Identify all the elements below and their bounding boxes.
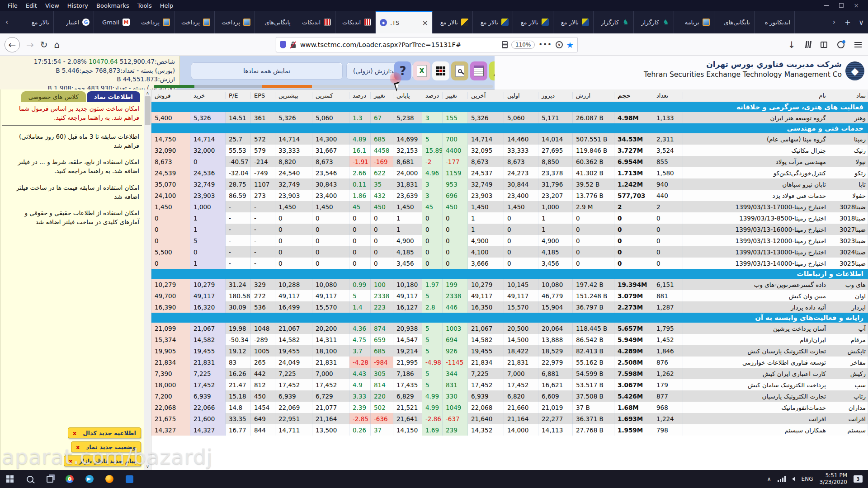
table-row[interactable]: 18,00017,45221.4781217,45217,4524.981417… [151,379,868,390]
network-icon[interactable] [778,476,786,482]
table-row[interactable]: 16,39016,32030.0953616,49915,5701.422316… [151,301,868,313]
col-header-11[interactable]: آخرین [468,92,504,99]
tab-scroll-right-icon[interactable]: › [827,11,841,33]
menu-bookmarks[interactable]: Bookmarks [92,1,133,10]
table-row[interactable]: 21,09921,06719.98104821,06720,2004.36874… [151,323,868,334]
browser-tab[interactable]: اندیکات [335,11,376,33]
tab-close-icon[interactable]: × [422,19,428,27]
browser-tab[interactable]: پرداخت [215,11,255,33]
alert-button[interactable]: اطلاعیه جدید کدالx [68,427,141,438]
col-header-8[interactable]: پایانی [393,92,422,99]
taskbar-clock[interactable]: 5:51 PM 3/23/2020 [819,472,847,486]
home-button[interactable]: ⌂ [54,40,60,49]
table-row[interactable]: 01--0000100101000اختیارخ رمپنا-16000-139… [151,224,868,235]
col-header-14[interactable]: ارزش [573,92,614,99]
bookmark-star-icon[interactable]: ★ [566,40,574,50]
table-row[interactable]: 8,6730-40.57-2148,8208,673-1.91-1698,681… [151,156,868,167]
table-row[interactable]: 05--00004,900004,90004,900000اختیارخ رمپ… [151,235,868,246]
table-row[interactable]: 24,53924,536-32.04-74924,54023,5462.6662… [151,167,868,178]
menu-help[interactable]: Help [156,1,178,10]
col-header-12[interactable]: اولین [504,92,538,99]
table-row[interactable]: 19,90519,45519.12100519,45518,1003.76851… [151,345,868,357]
browser-tab[interactable]: پایگانی‌های [255,11,295,33]
tab-private-classes[interactable]: کلاس های خصوصی [21,91,86,102]
browser-tab[interactable]: ♞کارگزار [594,11,634,33]
excel-export-icon[interactable]: X [413,61,430,80]
task-view-button[interactable] [40,470,60,488]
tab-list-button[interactable]: ∨ [854,11,868,33]
alert-close-icon[interactable]: x [69,458,72,465]
table-scrollbar[interactable]: ∧ ∨ [144,89,151,470]
table-row[interactable]: 5,5000--00004,185004,10004,185000اختیارخ… [151,246,868,258]
browser-tab[interactable]: MGmail [94,11,134,33]
table-row[interactable]: 7,3907,22516.264427,2257,0004.433057,186… [151,368,868,379]
menu-view[interactable]: View [41,1,63,10]
tab-scroll-left-icon[interactable]: ‹ [0,11,14,33]
table-row[interactable]: 49,70049,117180.5827249,11749,1175233849… [151,290,868,301]
zoom-level-badge[interactable]: 110% [511,41,535,49]
browser-tab[interactable]: بایگانی‌های [714,11,755,33]
volume-icon[interactable] [792,477,795,481]
col-header-5[interactable]: کمترین [312,92,349,99]
pocket-icon[interactable]: ∨ [556,41,563,48]
table-row[interactable]: 32,09032,00055.5357933,33331,66716.14458… [151,145,868,156]
tracking-protection-icon[interactable] [280,41,286,48]
table-row[interactable]: 24,10023,90386.5927323,90323,4001.864322… [151,190,868,201]
notification-center-icon[interactable]: 3 [854,475,863,483]
tray-expand-icon[interactable]: ∧ [767,476,771,482]
browser-tab[interactable]: تالار مع [513,11,553,33]
table-row[interactable]: 35,07032,74928.75110732,74930,8430.11353… [151,178,868,190]
table-row[interactable]: 7,2006,93915.184506,9396,7293.332206,829… [151,390,868,402]
browser-tab[interactable]: اندیکاتور ه [755,11,795,33]
maximize-icon[interactable] [839,3,844,8]
table-row[interactable]: 14,75014,71425.757214,71414,3004.8968514… [151,133,868,145]
col-header-13[interactable]: دیروز [538,92,573,99]
telegram-icon[interactable] [80,470,99,488]
show-all-symbols-button[interactable]: نمایش همه نمادها [191,62,343,80]
page-actions-icon[interactable]: ••• [538,41,552,49]
menu-file[interactable]: File [4,1,22,10]
table-row[interactable]: 01--0000100101000اختیارخ رمپنا-8500-1399… [151,212,868,224]
col-header-18[interactable]: نماد [828,92,868,99]
col-header-15[interactable]: حجم [614,92,653,99]
col-header-3[interactable]: EPS [251,92,275,99]
col-header-0[interactable]: فروش [151,92,190,99]
insecure-lock-icon[interactable] [290,41,297,48]
col-header-7[interactable]: تغییر [371,92,393,99]
browser-tab[interactable]: اندیکات [295,11,335,33]
table-row[interactable]: 01--00003,456003,66603,456000اختیارخ رمپ… [151,258,868,269]
scroll-thumb[interactable] [145,96,151,125]
alert-close-icon[interactable]: x [76,444,80,450]
table-row[interactable]: 21,67521,60033.3564922,95121,164-2.85-63… [151,413,868,424]
new-tab-button[interactable]: + [841,11,854,33]
browser-tab[interactable]: ♞کارگزار [634,11,674,33]
alert-close-icon[interactable]: x [73,430,76,436]
menu-edit[interactable]: Edit [22,1,41,10]
forward-button[interactable]: → [26,40,34,49]
alert-button[interactable]: وضعیت جدید نمادx [71,441,141,452]
table-row[interactable]: 10,27910,27931.2432910,28810,0800.991001… [151,279,868,290]
browser-tab[interactable]: پرداخت [134,11,175,33]
firefox-icon[interactable] [99,470,119,488]
browser-tab[interactable]: تالار مع [473,11,513,33]
market-map-icon[interactable] [432,61,449,80]
col-header-16[interactable]: تعداد [653,92,683,99]
reader-view-icon[interactable] [502,41,508,48]
back-button[interactable]: ← [5,37,20,52]
col-header-4[interactable]: بیشترین [275,92,312,99]
search-button[interactable] [20,470,40,488]
browser-tab[interactable]: پرداخت [175,11,215,33]
reload-button[interactable]: ↻ [40,40,48,49]
browser-tab[interactable]: Gاعتبار [54,11,94,33]
language-indicator[interactable]: ENG [802,476,813,482]
col-header-10[interactable]: تغییر [443,92,468,99]
downloads-icon[interactable]: ↓ [788,40,796,49]
active-tab-tsetmc[interactable]: ◆.TS× [376,11,433,33]
browser-tab[interactable]: تالار مع [14,11,54,33]
menu-tools[interactable]: Tools [133,1,156,10]
alert-button[interactable]: پیام جدید ناظر بازارx [64,455,141,466]
close-icon[interactable]: × [854,3,859,8]
col-header-17[interactable]: نام [683,92,828,99]
app-menu-icon[interactable] [854,42,862,47]
account-icon[interactable] [837,41,844,48]
